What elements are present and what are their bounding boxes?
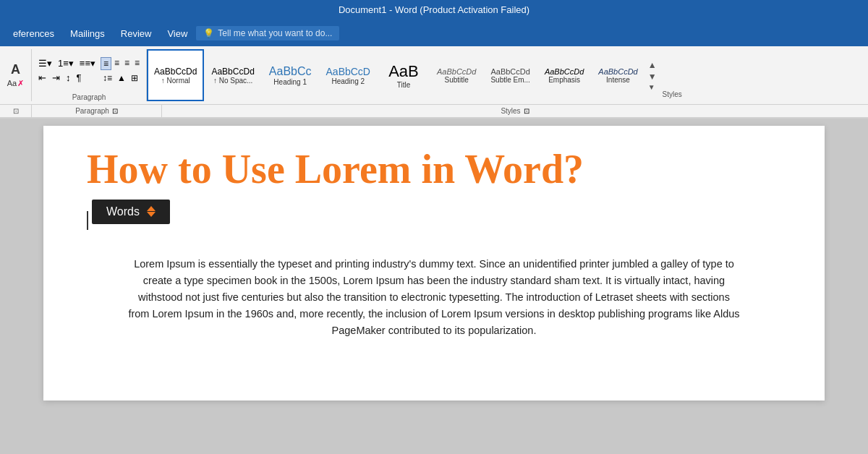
increase-indent-icon[interactable]: ⇥ [50,72,62,84]
window-title: Document1 - Word (Product Activation Fai… [339,4,529,15]
style-title[interactable]: AaB Title [378,49,430,101]
menu-review[interactable]: Review [114,25,159,42]
style-nospace-preview: AaBbCcDd [211,67,254,77]
menu-mailings[interactable]: Mailings [63,25,112,42]
styles-label-container: Styles [660,49,682,101]
styles-label: Styles [663,90,682,98]
style-subtitle-preview: AaBbCcDd [437,67,476,76]
paragraph-label: Paragraph [72,93,106,101]
bullets-icon[interactable]: ☰▾ [36,57,54,69]
text-cursor [87,211,88,230]
styles-more[interactable]: ▼ [648,83,657,91]
decrease-indent-icon[interactable]: ⇤ [36,72,48,84]
paragraph-bottom-label: Paragraph [75,107,109,115]
cursor-and-button-row: Words [87,200,781,241]
line-spacing-icon[interactable]: ↕≡ [101,72,114,84]
shading-icon[interactable]: ▲ [115,72,128,84]
title-bar: Document1 - Word (Product Activation Fai… [0,0,868,20]
sort-icon[interactable]: ↕ [64,72,73,84]
style-h2-preview: AaBbCcD [326,66,370,77]
font-size-controls: A Aa ✗ [7,49,24,101]
style-h2-label: Heading 2 [331,77,365,85]
document-page: How to Use Lorem in Word? Words Lorem Ip… [43,126,825,401]
expand-styles-icon[interactable]: ⊡ [524,107,529,115]
arrow-up-icon [147,206,156,211]
search-placeholder: Tell me what you want to do... [218,28,332,38]
align-center-icon[interactable]: ≡ [112,57,122,70]
words-button-label: Words [106,205,140,218]
style-title-preview: AaB [388,62,419,81]
words-button[interactable]: Words [92,200,170,224]
show-formatting-icon[interactable]: ¶ [75,72,84,84]
numbering-icon[interactable]: 1≡▾ [56,57,76,69]
style-nospace-label: ↑ No Spac... [213,77,252,85]
justify-icon[interactable]: ≡ [132,57,142,70]
style-heading2[interactable]: AaBbCcD Heading 2 [319,49,378,101]
style-subtitle[interactable]: AaBbCcDd Subtitle [430,49,483,101]
document-area: How to Use Lorem in Word? Words Lorem Ip… [0,119,868,408]
arrow-down-icon [147,212,156,217]
style-normal-preview: AaBbCcDd [154,67,197,77]
style-emphasis-label: Emphasis [548,76,580,84]
style-subtle-em[interactable]: AaBbCcDd Subtle Em... [483,49,537,101]
words-arrows [147,206,156,217]
rb-font-label: ⊡ [0,105,32,117]
document-title: How to Use Lorem in Word? [87,147,781,192]
ribbon-group-list: ☰▾ 1≡▾ ≡≡▾ ⇤ ⇥ ↕ ¶ ≡ ≡ ≡ [32,49,147,101]
style-subtitle-label: Subtitle [445,76,469,84]
style-heading1[interactable]: AaBbCc Heading 1 [262,49,319,101]
ribbon-content: A Aa ✗ ☰▾ 1≡▾ ≡≡▾ ⇤ [0,46,868,104]
list-controls: ☰▾ 1≡▾ ≡≡▾ ⇤ ⇥ ↕ ¶ ≡ ≡ ≡ [36,49,142,92]
multilevel-icon[interactable]: ≡≡▾ [77,57,98,69]
style-subtle-em-preview: AaBbCcDd [490,67,529,76]
menu-references[interactable]: eferences [6,25,61,42]
align-right-icon[interactable]: ≡ [122,57,132,70]
style-emphasis-preview: AaBbCcDd [545,67,584,76]
expand-font-icon[interactable]: ⊡ [13,107,19,115]
align-left-icon[interactable]: ≡ [101,57,111,70]
style-h1-label: Heading 1 [273,78,307,86]
expand-paragraph-icon[interactable]: ⊡ [112,107,118,115]
style-normal[interactable]: AaBbCcDd ↑ Normal [147,49,204,101]
style-normal-label: ↑ Normal [161,77,190,85]
tell-me-search[interactable]: 💡 Tell me what you want to do... [196,26,339,40]
styles-scroll-down[interactable]: ▼ [648,72,657,82]
style-subtle-em-label: Subtle Em... [490,76,529,84]
ribbon-bottom: ⊡ Paragraph ⊡ Styles ⊡ [0,104,868,117]
style-intense-label: Intense [606,76,630,84]
ribbon: A Aa ✗ ☰▾ 1≡▾ ≡≡▾ ⇤ [0,46,868,119]
style-intense-preview: AaBbCcDd [598,67,637,76]
ribbon-group-font-size: A Aa ✗ [0,49,32,101]
style-intense[interactable]: AaBbCcDd Intense [591,49,644,101]
styles-ribbon: AaBbCcDd ↑ Normal AaBbCcDd ↑ No Spac... … [147,49,868,101]
font-size-value[interactable]: Aa [7,79,17,88]
document-body: Lorem Ipsum is essentially the typeset a… [127,256,741,340]
style-title-label: Title [397,81,411,89]
style-no-space[interactable]: AaBbCcDd ↑ No Spac... [204,49,261,101]
style-h1-preview: AaBbCc [269,65,312,78]
borders-icon[interactable]: ⊞ [129,72,140,84]
styles-scroll-up[interactable]: ▲ [648,60,657,70]
menu-view[interactable]: View [160,25,195,42]
font-size-display[interactable]: A [11,62,20,77]
styles-scroll-controls: ▲ ▼ ▼ [645,49,660,101]
search-icon: 💡 [203,28,214,38]
clear-format-icon[interactable]: ✗ [17,79,24,88]
rb-paragraph-section: Paragraph ⊡ [32,105,162,117]
styles-bottom-label: Styles [501,107,520,115]
rb-styles-section: Styles ⊡ [162,105,868,117]
menu-bar: eferences Mailings Review View 💡 Tell me… [0,20,868,46]
style-emphasis[interactable]: AaBbCcDd Emphasis [537,49,591,101]
